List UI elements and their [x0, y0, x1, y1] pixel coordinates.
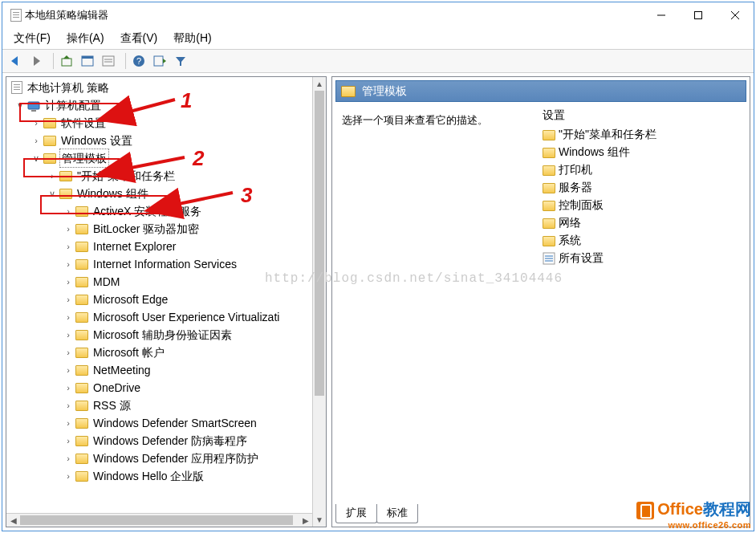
scroll-up-button[interactable]: ▲ [313, 77, 326, 91]
tree-computer-config[interactable]: ∨ 计算机配置 [6, 96, 326, 114]
tree-item[interactable]: ›RSS 源 [6, 397, 326, 414]
list-item-label: Windows 组件 [559, 145, 630, 160]
svg-marker-17 [176, 57, 185, 66]
expand-icon[interactable]: › [63, 361, 74, 379]
collapse-icon[interactable]: ∨ [14, 96, 26, 114]
folder-icon [75, 312, 88, 323]
expand-icon[interactable]: › [30, 114, 42, 132]
tree-item[interactable]: ›BitLocker 驱动器加密 [6, 220, 326, 238]
tab-standard[interactable]: 标准 [376, 504, 418, 523]
list-item[interactable]: 服务器 [543, 179, 746, 197]
tab-extended[interactable]: 扩展 [335, 504, 377, 523]
tree-item[interactable]: ›ActiveX 安装程序服务 [6, 202, 326, 220]
app-icon [10, 9, 22, 22]
tree-item-label: MDM [91, 273, 121, 291]
scroll-thumb[interactable] [20, 515, 293, 525]
expand-icon[interactable]: › [63, 291, 74, 308]
tree-item[interactable]: ›NetMeeting [6, 361, 326, 379]
folder-icon [59, 171, 72, 181]
menu-view[interactable]: 查看(V) [112, 30, 166, 47]
settings-items: "开始"菜单和任务栏Windows 组件打印机服务器控制面板网络系统 [543, 126, 746, 250]
settings-column-header[interactable]: 设置 [543, 108, 746, 123]
folder-icon [75, 348, 88, 358]
expand-icon[interactable]: › [63, 202, 74, 220]
filter-button[interactable] [171, 51, 190, 71]
expand-icon[interactable]: › [63, 467, 74, 485]
tree-item[interactable]: ›Windows Defender SmartScreen [6, 414, 326, 432]
list-item[interactable]: Windows 组件 [543, 144, 746, 161]
show-hide-tree-button[interactable] [78, 51, 97, 71]
scroll-right-button[interactable]: ▶ [299, 514, 312, 527]
minimize-button[interactable] [643, 2, 680, 28]
toolbar-separator [49, 53, 54, 69]
tree-software-settings[interactable]: › 软件设置 [6, 114, 326, 132]
collapse-icon[interactable]: ∨ [30, 149, 42, 167]
up-button[interactable] [57, 51, 76, 71]
tree-item[interactable]: ›Windows Defender 防病毒程序 [6, 432, 326, 450]
list-item[interactable]: 打印机 [543, 161, 746, 179]
tree-item[interactable]: ›OneDrive [6, 379, 326, 397]
expand-icon[interactable]: › [63, 273, 74, 291]
svg-rect-6 [62, 59, 71, 66]
tree-item[interactable]: ›Windows Defender 应用程序防护 [6, 450, 326, 467]
expand-icon[interactable]: › [63, 344, 74, 361]
expand-icon[interactable]: › [63, 397, 74, 414]
vertical-scrollbar[interactable]: ▲ ▼ [312, 77, 326, 527]
properties-button[interactable] [99, 51, 118, 71]
close-button[interactable] [717, 2, 754, 28]
scroll-track[interactable] [313, 91, 326, 513]
folder-icon [543, 148, 555, 158]
tree-item[interactable]: ›MDM [6, 273, 326, 291]
tree-admin-templates[interactable]: ∨ 管理模板 [6, 149, 326, 167]
svg-rect-19 [31, 110, 36, 112]
tree-item[interactable]: ›Internet Explorer [6, 238, 326, 255]
tree-item-label: Windows Hello 企业版 [91, 467, 205, 485]
tree-windows-settings[interactable]: › Windows 设置 [6, 132, 326, 149]
expand-icon[interactable]: › [30, 132, 42, 149]
policy-icon [11, 81, 22, 94]
list-item[interactable]: 系统 [543, 232, 746, 250]
list-item[interactable]: 控制面板 [543, 197, 746, 214]
menu-action[interactable]: 操作(A) [59, 30, 112, 47]
tree-start-taskbar[interactable]: › "开始"菜单和任务栏 [6, 167, 326, 185]
expand-icon[interactable]: › [63, 238, 74, 255]
list-item[interactable]: "开始"菜单和任务栏 [543, 126, 746, 144]
help-button[interactable]: ? [129, 51, 148, 71]
menu-file[interactable]: 文件(F) [6, 30, 59, 47]
scroll-track[interactable] [20, 514, 299, 527]
expand-icon[interactable]: › [63, 414, 74, 432]
tree-item[interactable]: ›Windows Hello 企业版 [6, 467, 326, 485]
expand-icon[interactable]: › [63, 308, 74, 326]
folder-icon [75, 259, 88, 270]
export-button[interactable] [150, 51, 169, 71]
folder-icon [59, 189, 72, 199]
expand-icon[interactable]: › [63, 432, 74, 450]
collapse-icon[interactable]: ∨ [47, 185, 58, 202]
tree-item[interactable]: ›Microsoft Edge [6, 291, 326, 308]
forward-button[interactable] [26, 51, 46, 71]
list-item-all-settings[interactable]: 所有设置 [543, 250, 746, 267]
menu-help[interactable]: 帮助(H) [165, 30, 219, 47]
tree-item[interactable]: ›Microsoft 帐户 [6, 344, 326, 361]
scroll-down-button[interactable]: ▼ [313, 513, 326, 527]
tree-item[interactable]: ›Microsoft User Experience Virtualizati [6, 308, 326, 326]
menubar: 文件(F) 操作(A) 查看(V) 帮助(H) [2, 28, 754, 49]
expand-icon[interactable]: › [47, 167, 58, 185]
maximize-button[interactable] [680, 2, 717, 28]
expand-icon[interactable]: › [63, 326, 74, 344]
tree-item[interactable]: ›Microsoft 辅助身份验证因素 [6, 326, 326, 344]
tree-item[interactable]: ›Internet Information Services [6, 255, 326, 273]
expand-icon[interactable]: › [63, 379, 74, 397]
expand-icon[interactable]: › [63, 255, 74, 273]
list-item[interactable]: 网络 [543, 214, 746, 232]
tree-item-label: Internet Information Services [91, 255, 238, 273]
horizontal-scrollbar[interactable]: ◀ ▶ [6, 513, 312, 527]
tree-root[interactable]: 本地计算机 策略 [6, 79, 326, 96]
scroll-thumb[interactable] [315, 91, 324, 396]
back-button[interactable] [6, 51, 25, 71]
tree-windows-components[interactable]: ∨ Windows 组件 [6, 185, 326, 202]
folder-icon [75, 436, 88, 446]
expand-icon[interactable]: › [63, 450, 74, 467]
scroll-left-button[interactable]: ◀ [6, 514, 20, 527]
expand-icon[interactable]: › [63, 220, 74, 238]
